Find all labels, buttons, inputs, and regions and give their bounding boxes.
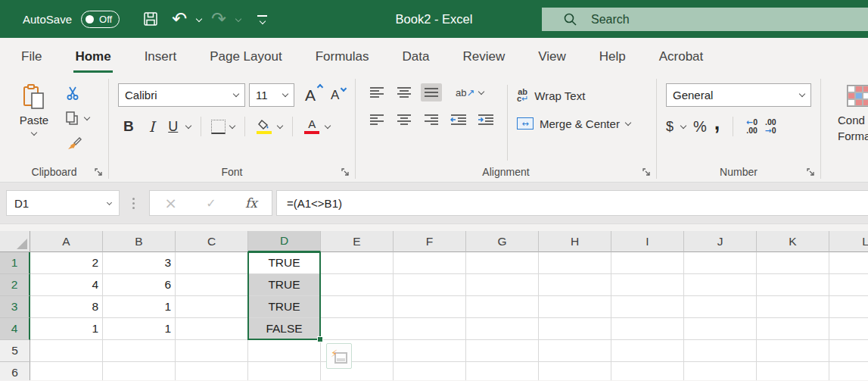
cell-D1[interactable]: TRUE [248,252,321,274]
font-size-combo[interactable]: 11 [249,83,294,107]
font-name-combo[interactable]: Calibri [118,83,245,107]
cell-L2[interactable] [829,274,868,296]
cell-I3[interactable] [611,296,684,318]
col-header-C[interactable]: C [176,231,248,252]
copy-button[interactable] [65,108,89,128]
tab-acrobat[interactable]: Acrobat [659,38,704,76]
tab-file[interactable]: File [21,38,42,76]
cell-J6[interactable] [684,362,757,380]
row-header-4[interactable]: 4 [0,318,30,340]
insert-function-button[interactable]: fx [245,195,257,211]
cell-F2[interactable] [394,274,466,296]
cell-I5[interactable] [611,340,684,362]
row-header-2[interactable]: 2 [0,274,30,296]
cell-G2[interactable] [466,274,539,296]
paste-button[interactable]: Paste [11,83,58,162]
cell-G6[interactable] [466,362,539,380]
row-header-1[interactable]: 1 [0,252,30,274]
formula-bar-grip[interactable] [132,198,135,209]
cell-E1[interactable] [321,252,394,274]
col-header-K[interactable]: K [757,231,829,252]
cell-G1[interactable] [466,252,539,274]
cell-A2[interactable]: 4 [30,274,103,296]
cell-K6[interactable] [757,362,829,380]
cell-K1[interactable] [757,252,829,274]
cell-C5[interactable] [176,340,248,362]
bold-button[interactable]: B [118,118,139,135]
cell-L6[interactable] [829,362,868,380]
redo-button[interactable]: ↷ [207,8,230,30]
cell-I1[interactable] [611,252,684,274]
cell-H3[interactable] [539,296,611,318]
col-header-A[interactable]: A [30,231,103,252]
currency-chevron-icon[interactable] [680,123,686,129]
cell-L3[interactable] [829,296,868,318]
cell-F4[interactable] [394,318,466,340]
col-header-F[interactable]: F [394,231,466,252]
cell-B5[interactable] [103,340,176,362]
comma-style-button[interactable]: , [714,119,720,126]
select-all-button[interactable] [0,231,30,252]
search-box[interactable]: Search [542,8,868,31]
name-box[interactable]: D1 [6,190,120,216]
cell-E3[interactable] [321,296,394,318]
col-header-D[interactable]: D [248,231,321,252]
cell-J2[interactable] [684,274,757,296]
cell-F3[interactable] [394,296,466,318]
wrap-text-button[interactable]: ab c↵ Wrap Text [517,85,630,106]
cell-D6[interactable] [248,362,321,380]
fill-handle[interactable] [317,336,323,342]
autosave-toggle[interactable]: Off [81,11,120,28]
top-align-button[interactable] [366,83,387,101]
cell-F5[interactable] [394,340,466,362]
tab-data[interactable]: Data [403,38,430,76]
cell-A3[interactable]: 8 [30,296,103,318]
increase-indent-button[interactable] [475,111,496,129]
cell-A1[interactable]: 2 [30,252,103,274]
cell-I2[interactable] [611,274,684,296]
percent-button[interactable]: % [693,118,707,136]
col-header-B[interactable]: B [103,231,176,252]
borders-dropdown-chevron-icon[interactable] [229,123,235,129]
cell-D3[interactable]: TRUE [248,296,321,318]
enter-button[interactable]: ✓ [206,196,216,211]
decrease-decimal-button[interactable]: .00 →0 [765,118,776,135]
cell-E2[interactable] [321,274,394,296]
decrease-font-size-button[interactable]: A [331,88,339,103]
cell-H2[interactable] [539,274,611,296]
align-left-button[interactable] [366,111,387,129]
font-color-dropdown-chevron-icon[interactable] [325,123,331,129]
cell-J1[interactable] [684,252,757,274]
cell-J4[interactable] [684,318,757,340]
cell-J3[interactable] [684,296,757,318]
cell-A5[interactable] [30,340,103,362]
undo-button[interactable]: ↶ [168,8,191,30]
underline-dropdown-chevron-icon[interactable] [185,123,191,129]
cell-C1[interactable] [176,252,248,274]
cell-B1[interactable]: 3 [103,252,176,274]
cell-B6[interactable] [103,362,176,380]
cancel-button[interactable]: × [164,194,177,212]
cell-L4[interactable] [829,318,868,340]
undo-dropdown-chevron-icon[interactable] [196,16,202,22]
cell-C2[interactable] [176,274,248,296]
font-color-button[interactable]: A [303,119,321,134]
increase-font-size-button[interactable]: A [305,86,316,105]
col-header-E[interactable]: E [321,231,394,252]
cell-A6[interactable] [30,362,103,380]
cell-K2[interactable] [757,274,829,296]
cell-A4[interactable]: 1 [30,318,103,340]
cell-L1[interactable] [829,252,868,274]
cell-D4[interactable]: FALSE [248,318,321,340]
quick-analysis-button[interactable]: ⚡ [326,343,352,369]
customize-toolbar-button[interactable] [257,15,267,23]
cell-G5[interactable] [466,340,539,362]
currency-button[interactable]: $ [666,119,674,135]
cell-F6[interactable] [394,362,466,380]
cell-D5[interactable] [248,340,321,362]
fill-color-button[interactable] [255,120,273,134]
tab-review[interactable]: Review [462,38,505,76]
row-header-6[interactable]: 6 [0,362,30,380]
col-header-H[interactable]: H [539,231,611,252]
align-center-button[interactable] [394,111,415,129]
